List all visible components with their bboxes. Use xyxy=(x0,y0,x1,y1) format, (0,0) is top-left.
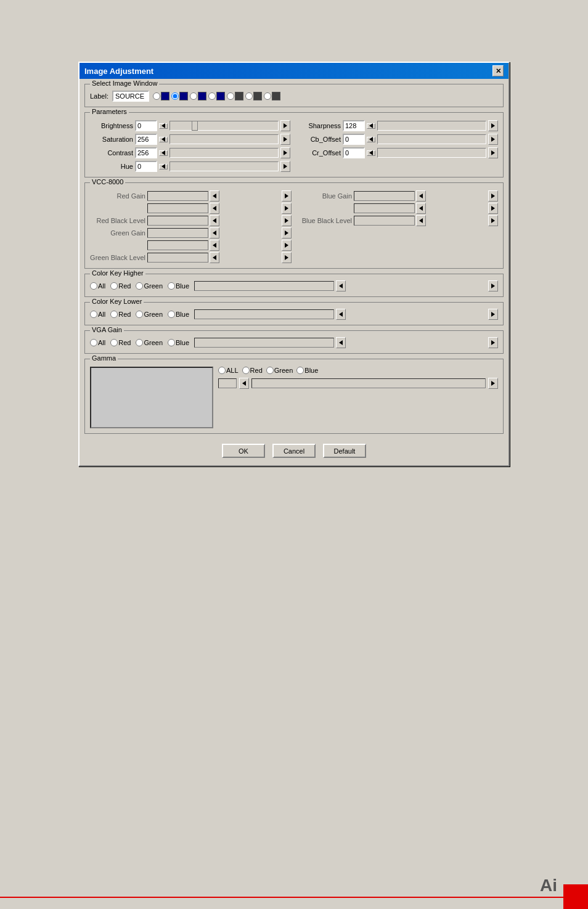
blue-row2-track[interactable] xyxy=(354,203,415,213)
vga-slider[interactable] xyxy=(194,338,334,348)
ckh-red-radio[interactable]: Red xyxy=(110,282,131,290)
green-row2-track[interactable] xyxy=(147,240,208,250)
green-black-level-right-arrow[interactable] xyxy=(282,252,292,263)
cb-offset-right-arrow[interactable] xyxy=(488,134,498,145)
vga-red-radio[interactable]: Red xyxy=(110,339,131,346)
brightness-right-arrow[interactable] xyxy=(280,120,290,131)
radio-item-7[interactable] xyxy=(264,92,281,100)
ckh-left-arrow[interactable] xyxy=(336,280,346,291)
gamma-red-radio[interactable]: Red xyxy=(242,367,263,374)
source-input[interactable] xyxy=(112,91,149,102)
blue-gain-left-arrow[interactable] xyxy=(416,190,426,202)
ckh-all-input[interactable] xyxy=(90,282,97,290)
vga-right-arrow[interactable] xyxy=(488,337,498,348)
vga-all-radio[interactable]: All xyxy=(90,339,105,346)
ckh-right-arrow[interactable] xyxy=(488,280,498,291)
radio-c2[interactable] xyxy=(171,92,179,100)
vga-red-input[interactable] xyxy=(110,339,118,346)
ckl-right-arrow[interactable] xyxy=(488,309,498,320)
saturation-slider[interactable] xyxy=(169,134,279,144)
blue-black-level-left-arrow[interactable] xyxy=(416,215,426,226)
radio-c1[interactable] xyxy=(153,92,160,100)
radio-item-2[interactable] xyxy=(171,92,189,100)
radio-c4[interactable] xyxy=(208,92,216,100)
ckl-red-input[interactable] xyxy=(110,311,118,318)
red-gain-track[interactable] xyxy=(147,191,208,201)
gamma-right-arrow[interactable] xyxy=(488,378,498,389)
blue-gain-track[interactable] xyxy=(354,191,415,201)
cr-offset-decrement[interactable] xyxy=(367,150,375,156)
contrast-right-arrow[interactable] xyxy=(280,147,290,158)
red-black-level-track[interactable] xyxy=(147,216,208,226)
ckh-red-input[interactable] xyxy=(110,282,118,290)
radio-c6[interactable] xyxy=(245,92,253,100)
hue-slider[interactable] xyxy=(169,161,279,171)
ckl-left-arrow[interactable] xyxy=(336,309,346,320)
red-gain-right-arrow[interactable] xyxy=(282,190,292,202)
radio-item-6[interactable] xyxy=(245,92,263,100)
saturation-right-arrow[interactable] xyxy=(280,134,290,145)
ckl-all-radio[interactable]: All xyxy=(90,311,105,318)
gamma-blue-input[interactable] xyxy=(296,367,304,374)
blue-black-level-right-arrow[interactable] xyxy=(488,215,498,226)
brightness-spinner[interactable] xyxy=(159,123,168,129)
hue-input[interactable] xyxy=(135,161,157,172)
sharpness-slider[interactable] xyxy=(377,121,486,131)
green-black-level-left-arrow[interactable] xyxy=(210,252,219,263)
hue-decrement[interactable] xyxy=(159,164,168,169)
cr-offset-right-arrow[interactable] xyxy=(488,147,498,158)
ckh-all-radio[interactable]: All xyxy=(90,282,105,290)
gamma-all-input[interactable] xyxy=(218,367,226,374)
brightness-decrement[interactable] xyxy=(159,123,168,129)
red-row2-right-arrow[interactable] xyxy=(282,203,292,214)
green-gain-right-arrow[interactable] xyxy=(282,227,292,238)
vga-green-radio[interactable]: Green xyxy=(136,339,163,346)
ckl-blue-radio[interactable]: Blue xyxy=(168,311,189,318)
ckh-blue-input[interactable] xyxy=(168,282,175,290)
vga-blue-input[interactable] xyxy=(168,339,175,346)
close-button[interactable]: ✕ xyxy=(492,65,504,76)
cb-offset-spinner[interactable] xyxy=(367,137,375,142)
ckl-all-input[interactable] xyxy=(90,311,97,318)
ckh-blue-radio[interactable]: Blue xyxy=(168,282,189,290)
cb-offset-decrement[interactable] xyxy=(367,137,375,142)
cancel-button[interactable]: Cancel xyxy=(272,444,316,458)
ckh-slider[interactable] xyxy=(194,281,334,291)
green-row2-left-arrow[interactable] xyxy=(210,240,219,251)
sharpness-spinner[interactable] xyxy=(367,123,375,129)
ckh-green-radio[interactable]: Green xyxy=(136,282,163,290)
ckh-green-input[interactable] xyxy=(136,282,143,290)
ckl-green-input[interactable] xyxy=(136,311,143,318)
default-button[interactable]: Default xyxy=(323,444,366,458)
gamma-all-radio[interactable]: ALL xyxy=(218,367,239,374)
gamma-green-radio[interactable]: Green xyxy=(266,367,293,374)
hue-right-arrow[interactable] xyxy=(280,161,290,172)
radio-item-4[interactable] xyxy=(208,92,226,100)
red-row2-track[interactable] xyxy=(147,203,208,213)
green-gain-left-arrow[interactable] xyxy=(210,227,219,238)
vga-all-input[interactable] xyxy=(90,339,97,346)
radio-item-3[interactable] xyxy=(190,92,207,100)
blue-row2-left-arrow[interactable] xyxy=(416,203,426,214)
green-row2-right-arrow[interactable] xyxy=(282,240,292,251)
gamma-left-arrow[interactable] xyxy=(239,378,249,389)
sharpness-right-arrow[interactable] xyxy=(488,120,498,131)
radio-c7[interactable] xyxy=(264,92,271,100)
contrast-slider[interactable] xyxy=(169,148,279,158)
green-gain-track[interactable] xyxy=(147,228,208,238)
cr-offset-spinner[interactable] xyxy=(367,150,375,156)
saturation-input[interactable] xyxy=(135,134,157,145)
red-black-level-right-arrow[interactable] xyxy=(282,215,292,226)
blue-gain-right-arrow[interactable] xyxy=(488,190,498,202)
gamma-green-input[interactable] xyxy=(266,367,274,374)
ckl-blue-input[interactable] xyxy=(168,311,175,318)
vga-left-arrow[interactable] xyxy=(336,337,346,348)
blue-black-level-track[interactable] xyxy=(354,216,415,226)
radio-c3[interactable] xyxy=(190,92,197,100)
gamma-slider[interactable] xyxy=(251,378,486,388)
red-row2-left-arrow[interactable] xyxy=(210,203,219,214)
ckl-red-radio[interactable]: Red xyxy=(110,311,131,318)
contrast-decrement[interactable] xyxy=(159,150,168,156)
green-black-level-track[interactable] xyxy=(147,253,208,263)
sharpness-input[interactable] xyxy=(343,120,365,131)
